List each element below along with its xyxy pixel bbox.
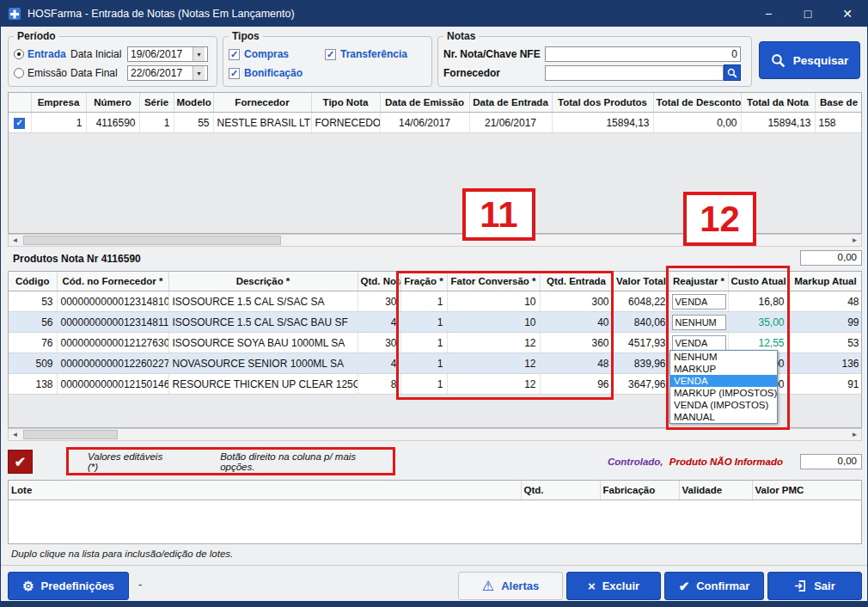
data-inicial-value: 19/06/2017 — [131, 48, 182, 60]
scroll-right-icon[interactable]: ► — [848, 235, 861, 246]
predefinicoes-button[interactable]: ⚙ Predefinições — [8, 572, 129, 600]
checkbox-compras[interactable]: ✓ Compras — [229, 48, 325, 60]
sair-button[interactable]: Sair — [767, 572, 862, 600]
bonificacao-checkbox-control[interactable]: ✓ — [229, 68, 240, 79]
scroll-right-icon[interactable]: ► — [848, 429, 861, 440]
cell-valor-total: 6048,22 — [613, 291, 669, 312]
col-total-produtos: Total dos Produtos — [552, 93, 653, 113]
cell-qtd-entrada: 300 — [540, 291, 613, 312]
confirmar-button[interactable]: ✔ Confirmar — [664, 572, 764, 600]
alertas-button[interactable]: ⚠ Alertas — [458, 572, 563, 600]
cell-qtd-entrada: 96 — [540, 374, 613, 395]
periodo-group: Período Entrada Data Inicial 19/06/2017 … — [8, 30, 217, 87]
checkbox-bonificacao[interactable]: ✓ Bonificação — [229, 67, 325, 79]
confirm-checkbox[interactable]: ✔ — [8, 450, 33, 474]
data-final-field[interactable]: 22/06/2017 ▼ — [127, 65, 208, 81]
lotes-hint-text: Duplo clique na lista para inclusão/ediç… — [11, 549, 233, 559]
data-inicial-field[interactable]: 19/06/2017 ▼ — [127, 46, 208, 62]
cell-data-entrada: 21/06/2017 — [469, 113, 552, 133]
col-total-desconto: Total de Desconto — [653, 93, 741, 113]
fornecedor-label: Fornecedor — [443, 67, 545, 79]
cell-fracao: 1 — [400, 312, 447, 333]
cell-qtd-entrada: 40 — [540, 312, 613, 333]
titlebar: HOSFarma - Entrada de Notas (Notas Em La… — [1, 1, 867, 27]
checkbox-transferencia[interactable]: ✓ Transferência — [325, 48, 421, 60]
nota-row[interactable]: ✓ 1 4116590 1 55 NESTLE BRASIL LTDA FORN… — [9, 113, 862, 133]
fornecedor-input[interactable] — [545, 65, 724, 81]
confirmar-label: Confirmar — [696, 579, 749, 592]
radio-entrada[interactable]: Entrada — [14, 48, 70, 60]
radio-entrada-label: Entrada — [28, 48, 66, 60]
reajustar-value: NENHUM — [673, 317, 717, 328]
radio-entrada-control[interactable] — [14, 49, 24, 59]
dropdown-option-markup[interactable]: MARKUP — [670, 363, 777, 375]
window-bottom-strip — [1, 601, 867, 606]
gear-icon: ⚙ — [22, 579, 34, 592]
window-title: HOSFarma - Entrada de Notas (Notas Em La… — [28, 8, 295, 20]
transferencia-checkbox-control[interactable]: ✓ — [325, 49, 336, 60]
dropdown-option-venda-impostos[interactable]: VENDA (IMPOSTOS) — [670, 399, 777, 411]
produtos-grid-hscrollbar[interactable]: ◄ ► — [8, 428, 862, 441]
footer-total-field[interactable]: 0,00 — [800, 454, 862, 469]
col-tipo-nota: Tipo Nota — [311, 93, 380, 113]
cell-serie: 1 — [139, 113, 174, 133]
col-qtd-entrada: Qtd. Entrada — [540, 272, 613, 291]
radio-emissao[interactable]: Emissão — [14, 67, 70, 79]
reajustar-dropdown-list: NENHUM MARKUP VENDA MARKUP (IMPOSTOS) VE… — [669, 350, 778, 424]
chevron-down-icon[interactable]: ▼ — [193, 47, 205, 61]
cell-fator: 12 — [447, 374, 540, 395]
transferencia-label: Transferência — [340, 48, 407, 60]
dropdown-option-manual[interactable]: MANUAL — [670, 411, 777, 423]
maximize-button[interactable]: □ — [788, 1, 828, 27]
cell-custo[interactable]: 16,80 — [728, 291, 788, 312]
periodo-legend: Período — [14, 30, 59, 42]
lotes-table: Lote Qtd. Fabricação Validade Valor PMC — [9, 481, 862, 500]
cell-fracao: 1 — [400, 353, 447, 374]
excluir-button[interactable]: × Excluir — [566, 572, 661, 600]
notas-header-row: Empresa Número Série Modelo Fornecedor T… — [9, 93, 862, 113]
cell-numero: 4116590 — [86, 113, 139, 133]
cell-fracao: 1 — [400, 291, 447, 312]
dropdown-option-venda[interactable]: VENDA — [670, 375, 777, 387]
scroll-left-icon[interactable]: ◄ — [9, 235, 21, 246]
lotes-grid[interactable]: Lote Qtd. Fabricação Validade Valor PMC — [8, 480, 862, 544]
row-select-cell: ✓ — [9, 113, 31, 133]
produtos-section-title: Produtos Nota Nr 4116590 — [13, 253, 141, 265]
scroll-left-icon[interactable]: ◄ — [9, 429, 21, 440]
cell-modelo: 55 — [174, 113, 213, 133]
lotes-empty-area[interactable] — [9, 500, 861, 544]
scrollbar-thumb[interactable] — [23, 430, 118, 439]
col-custo-atual: Custo Atual — [728, 272, 788, 291]
cell-custo[interactable]: 35,00 — [728, 312, 788, 333]
scrollbar-thumb[interactable] — [23, 236, 281, 245]
chevron-down-icon[interactable]: ▼ — [193, 66, 205, 80]
pesquisar-button[interactable]: Pesquisar — [759, 41, 860, 79]
minimize-button[interactable]: − — [749, 1, 788, 27]
col-total-nota: Total da Nota — [741, 93, 815, 113]
radio-emissao-control[interactable] — [14, 68, 24, 78]
produtos-total-field[interactable]: 0,00 — [800, 250, 862, 266]
reajustar-combo[interactable]: NENHUM ▼ — [672, 315, 726, 330]
produto-row[interactable]: 53 0000000000012314810 ISOSOURCE 1.5 CAL… — [9, 291, 862, 312]
col-qtd-nota: Qtd. Nota — [358, 272, 400, 291]
reajustar-value: VENDA — [673, 338, 708, 348]
predefinicoes-label: Predefinições — [41, 579, 114, 592]
row-checkbox[interactable]: ✓ — [14, 118, 25, 129]
dropdown-option-nenhum[interactable]: NENHUM — [670, 351, 777, 363]
compras-checkbox-control[interactable]: ✓ — [229, 49, 240, 60]
cell-valor-total: 4517,93 — [613, 333, 669, 353]
dropdown-option-markup-impostos[interactable]: MARKUP (IMPOSTOS) — [670, 387, 777, 399]
reajustar-combo[interactable]: VENDA ▼ — [672, 294, 726, 310]
fornecedor-search-button[interactable] — [724, 64, 741, 81]
close-button[interactable]: ✕ — [828, 1, 867, 27]
produto-row[interactable]: 56 0000000000012314811 ISOSOURCE 1.5 CAL… — [9, 312, 862, 333]
col-fator-conversao: Fator Conversão * — [447, 272, 540, 291]
cell-codigo: 509 — [9, 353, 57, 374]
cell-markup: 48 — [788, 291, 862, 312]
notas-table: Empresa Número Série Modelo Fornecedor T… — [9, 93, 862, 133]
produtos-header-row: Código Cód. no Fornecedor * Descrição * … — [9, 272, 862, 291]
nr-nota-input[interactable]: 0 — [545, 46, 741, 62]
col-fabricacao: Fabricação — [600, 481, 679, 500]
cell-markup: 91 — [788, 374, 862, 395]
reajustar-combo[interactable]: VENDA ▼ — [672, 335, 726, 351]
